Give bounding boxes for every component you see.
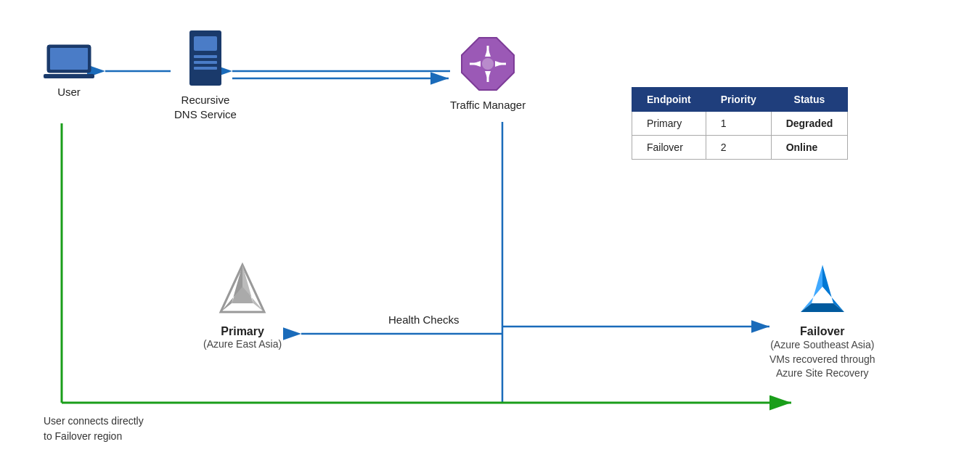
failover-label-sub1: (Azure Southeast Asia) — [770, 339, 874, 350]
failover-label-sub3: Azure Site Recovery — [776, 367, 869, 379]
endpoint-table: Endpoint Priority Status Primary 1 Degra… — [632, 87, 848, 160]
table-row-failover: Failover 2 Online — [632, 136, 848, 160]
diagram-container: User Recursive DNS Service — [0, 0, 980, 476]
endpoint-failover: Failover — [632, 136, 706, 160]
table-row-primary: Primary 1 Degraded — [632, 112, 848, 136]
failover-label-sub2: VMs recovered through — [769, 353, 875, 365]
table-header-priority: Priority — [706, 88, 771, 112]
status-failover: Online — [771, 136, 848, 160]
primary-azure-icon — [213, 261, 271, 319]
endpoint-primary: Primary — [632, 112, 706, 136]
svg-rect-20 — [194, 67, 217, 70]
user-label: User — [57, 86, 81, 98]
user-icon-group: User — [44, 44, 94, 98]
table-header-status: Status — [771, 88, 848, 112]
failover-label-bold: Failover — [800, 325, 844, 338]
svg-rect-19 — [194, 61, 217, 64]
dns-icon-group: Recursive DNS Service — [174, 29, 237, 121]
laptop-icon — [44, 44, 94, 80]
traffic-manager-label: Traffic Manager — [450, 99, 526, 111]
traffic-manager-icon-group: Traffic Manager — [450, 35, 526, 111]
svg-rect-15 — [44, 74, 94, 78]
svg-point-26 — [482, 58, 494, 70]
primary-label-sub: (Azure East Asia) — [203, 338, 282, 350]
priority-primary: 1 — [706, 112, 771, 136]
user-connects-label: User connects directly to Failover regio… — [44, 414, 144, 444]
failover-azure-icon — [793, 261, 852, 319]
dns-label: Recursive DNS Service — [174, 93, 237, 121]
svg-rect-18 — [194, 55, 217, 58]
priority-failover: 2 — [706, 136, 771, 160]
svg-rect-14 — [50, 48, 88, 70]
status-primary: Degraded — [771, 112, 848, 136]
health-checks-label: Health Checks — [388, 313, 460, 326]
primary-label-bold: Primary — [221, 325, 264, 338]
server-icon — [184, 29, 227, 87]
traffic-manager-icon — [459, 35, 517, 93]
svg-rect-17 — [194, 36, 217, 51]
primary-icon-group: Primary (Azure East Asia) — [203, 261, 282, 350]
failover-icon-group: Failover (Azure Southeast Asia) VMs reco… — [769, 261, 875, 381]
table-header-endpoint: Endpoint — [632, 88, 706, 112]
